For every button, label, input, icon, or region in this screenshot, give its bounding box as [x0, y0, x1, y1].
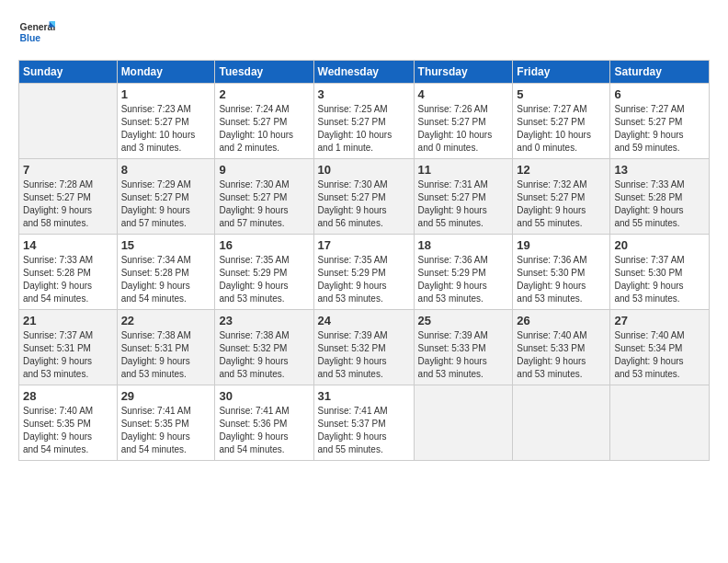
calendar-cell: 27Sunrise: 7:40 AM Sunset: 5:34 PM Dayli… [610, 310, 710, 385]
day-number: 18 [418, 238, 509, 252]
calendar-cell [610, 385, 710, 461]
calendar-cell: 6Sunrise: 7:27 AM Sunset: 5:27 PM Daylig… [610, 84, 710, 159]
day-number: 21 [23, 314, 113, 327]
calendar-cell: 11Sunrise: 7:31 AM Sunset: 5:27 PM Dayli… [414, 159, 513, 235]
day-number: 6 [614, 87, 705, 101]
day-info: Sunrise: 7:32 AM Sunset: 5:27 PM Dayligh… [517, 178, 606, 230]
day-number: 9 [219, 163, 309, 177]
day-info: Sunrise: 7:41 AM Sunset: 5:35 PM Dayligh… [121, 405, 211, 456]
day-info: Sunrise: 7:33 AM Sunset: 5:28 PM Dayligh… [614, 178, 705, 230]
day-info: Sunrise: 7:23 AM Sunset: 5:27 PM Dayligh… [121, 103, 211, 155]
calendar-cell: 29Sunrise: 7:41 AM Sunset: 5:35 PM Dayli… [117, 385, 215, 461]
day-info: Sunrise: 7:25 AM Sunset: 5:27 PM Dayligh… [318, 103, 410, 155]
header-cell-thursday: Thursday [414, 61, 513, 84]
calendar-cell: 31Sunrise: 7:41 AM Sunset: 5:37 PM Dayli… [313, 385, 414, 461]
day-info: Sunrise: 7:26 AM Sunset: 5:27 PM Dayligh… [418, 103, 509, 155]
calendar-cell: 20Sunrise: 7:37 AM Sunset: 5:30 PM Dayli… [610, 235, 710, 310]
day-number: 31 [318, 389, 410, 403]
day-number: 19 [517, 238, 606, 252]
day-number: 24 [318, 314, 410, 327]
day-info: Sunrise: 7:39 AM Sunset: 5:32 PM Dayligh… [318, 329, 410, 381]
header-cell-monday: Monday [117, 61, 215, 84]
calendar-cell: 21Sunrise: 7:37 AM Sunset: 5:31 PM Dayli… [19, 310, 118, 385]
calendar-cell: 28Sunrise: 7:40 AM Sunset: 5:35 PM Dayli… [19, 385, 118, 461]
svg-text:Blue: Blue [20, 33, 41, 43]
day-info: Sunrise: 7:37 AM Sunset: 5:30 PM Dayligh… [614, 254, 705, 305]
calendar-cell: 9Sunrise: 7:30 AM Sunset: 5:27 PM Daylig… [215, 159, 313, 235]
week-row: 1Sunrise: 7:23 AM Sunset: 5:27 PM Daylig… [19, 84, 710, 159]
day-info: Sunrise: 7:27 AM Sunset: 5:27 PM Dayligh… [614, 103, 705, 155]
calendar-cell [513, 385, 610, 461]
calendar-cell: 7Sunrise: 7:28 AM Sunset: 5:27 PM Daylig… [19, 159, 118, 235]
day-number: 13 [614, 163, 705, 177]
day-info: Sunrise: 7:35 AM Sunset: 5:29 PM Dayligh… [219, 254, 309, 305]
day-info: Sunrise: 7:40 AM Sunset: 5:33 PM Dayligh… [517, 329, 606, 381]
day-info: Sunrise: 7:40 AM Sunset: 5:34 PM Dayligh… [614, 329, 705, 381]
header-row: SundayMondayTuesdayWednesdayThursdayFrid… [19, 61, 710, 84]
calendar-cell: 10Sunrise: 7:30 AM Sunset: 5:27 PM Dayli… [313, 159, 414, 235]
day-info: Sunrise: 7:36 AM Sunset: 5:30 PM Dayligh… [517, 254, 606, 305]
day-info: Sunrise: 7:30 AM Sunset: 5:27 PM Dayligh… [318, 178, 410, 230]
calendar-cell: 22Sunrise: 7:38 AM Sunset: 5:31 PM Dayli… [117, 310, 215, 385]
day-info: Sunrise: 7:29 AM Sunset: 5:27 PM Dayligh… [121, 178, 211, 230]
day-number: 14 [23, 238, 113, 252]
week-row: 21Sunrise: 7:37 AM Sunset: 5:31 PM Dayli… [19, 310, 710, 385]
day-info: Sunrise: 7:39 AM Sunset: 5:33 PM Dayligh… [418, 329, 509, 381]
calendar-cell: 23Sunrise: 7:38 AM Sunset: 5:32 PM Dayli… [215, 310, 313, 385]
day-number: 1 [121, 87, 211, 101]
week-row: 28Sunrise: 7:40 AM Sunset: 5:35 PM Dayli… [19, 385, 710, 461]
day-number: 22 [121, 314, 211, 327]
day-number: 15 [121, 238, 211, 252]
calendar-cell: 26Sunrise: 7:40 AM Sunset: 5:33 PM Dayli… [513, 310, 610, 385]
day-info: Sunrise: 7:35 AM Sunset: 5:29 PM Dayligh… [318, 254, 410, 305]
calendar-cell: 25Sunrise: 7:39 AM Sunset: 5:33 PM Dayli… [414, 310, 513, 385]
day-number: 30 [219, 389, 309, 403]
header-cell-wednesday: Wednesday [313, 61, 414, 84]
week-row: 14Sunrise: 7:33 AM Sunset: 5:28 PM Dayli… [19, 235, 710, 310]
day-info: Sunrise: 7:38 AM Sunset: 5:31 PM Dayligh… [121, 329, 211, 381]
calendar-cell: 5Sunrise: 7:27 AM Sunset: 5:27 PM Daylig… [513, 84, 610, 159]
calendar-cell: 14Sunrise: 7:33 AM Sunset: 5:28 PM Dayli… [19, 235, 118, 310]
calendar-cell: 2Sunrise: 7:24 AM Sunset: 5:27 PM Daylig… [215, 84, 313, 159]
day-info: Sunrise: 7:40 AM Sunset: 5:35 PM Dayligh… [23, 405, 113, 456]
calendar-page: General Blue SundayMondayTuesdayWednesda… [0, 0, 728, 563]
day-number: 16 [219, 238, 309, 252]
logo-icon: General Blue [18, 14, 55, 51]
header-cell-tuesday: Tuesday [215, 61, 313, 84]
calendar-cell: 17Sunrise: 7:35 AM Sunset: 5:29 PM Dayli… [313, 235, 414, 310]
calendar-cell: 18Sunrise: 7:36 AM Sunset: 5:29 PM Dayli… [414, 235, 513, 310]
day-number: 28 [23, 389, 113, 403]
week-row: 7Sunrise: 7:28 AM Sunset: 5:27 PM Daylig… [19, 159, 710, 235]
day-number: 5 [517, 87, 606, 101]
day-number: 4 [418, 87, 509, 101]
calendar-cell [414, 385, 513, 461]
day-number: 10 [318, 163, 410, 177]
day-info: Sunrise: 7:37 AM Sunset: 5:31 PM Dayligh… [23, 329, 113, 381]
calendar-cell [19, 84, 118, 159]
calendar-cell: 30Sunrise: 7:41 AM Sunset: 5:36 PM Dayli… [215, 385, 313, 461]
day-info: Sunrise: 7:41 AM Sunset: 5:36 PM Dayligh… [219, 405, 309, 456]
day-number: 11 [418, 163, 509, 177]
calendar-cell: 19Sunrise: 7:36 AM Sunset: 5:30 PM Dayli… [513, 235, 610, 310]
day-number: 25 [418, 314, 509, 327]
day-info: Sunrise: 7:36 AM Sunset: 5:29 PM Dayligh… [418, 254, 509, 305]
calendar-table: SundayMondayTuesdayWednesdayThursdayFrid… [18, 60, 710, 461]
day-info: Sunrise: 7:33 AM Sunset: 5:28 PM Dayligh… [23, 254, 113, 305]
day-number: 12 [517, 163, 606, 177]
day-number: 7 [23, 163, 113, 177]
header: General Blue [18, 14, 710, 51]
day-number: 20 [614, 238, 705, 252]
calendar-cell: 15Sunrise: 7:34 AM Sunset: 5:28 PM Dayli… [117, 235, 215, 310]
day-number: 17 [318, 238, 410, 252]
header-cell-friday: Friday [513, 61, 610, 84]
day-info: Sunrise: 7:31 AM Sunset: 5:27 PM Dayligh… [418, 178, 509, 230]
day-info: Sunrise: 7:27 AM Sunset: 5:27 PM Dayligh… [517, 103, 606, 155]
calendar-cell: 1Sunrise: 7:23 AM Sunset: 5:27 PM Daylig… [117, 84, 215, 159]
header-cell-sunday: Sunday [19, 61, 118, 84]
header-cell-saturday: Saturday [610, 61, 710, 84]
calendar-cell: 8Sunrise: 7:29 AM Sunset: 5:27 PM Daylig… [117, 159, 215, 235]
day-number: 8 [121, 163, 211, 177]
day-info: Sunrise: 7:24 AM Sunset: 5:27 PM Dayligh… [219, 103, 309, 155]
day-number: 29 [121, 389, 211, 403]
calendar-cell: 24Sunrise: 7:39 AM Sunset: 5:32 PM Dayli… [313, 310, 414, 385]
